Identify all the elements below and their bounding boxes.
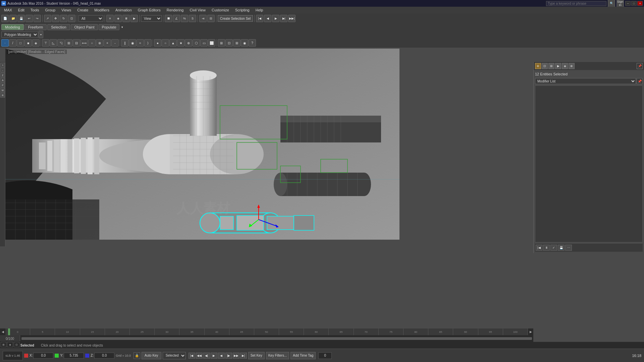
menu-civil-view[interactable]: Civil View [187, 7, 208, 13]
vertex-mode-btn[interactable]: · [1, 39, 9, 47]
close-button[interactable]: ✕ [637, 1, 643, 6]
keyframe-go-start[interactable]: |◀ [256, 15, 263, 22]
rpanel-go-start[interactable]: |◀ [536, 245, 542, 251]
menu-help[interactable]: Help [253, 7, 266, 13]
grid-btn[interactable]: ⊞ [233, 39, 240, 47]
snap-toggle[interactable]: 🔲 [165, 15, 172, 22]
percent-snap[interactable]: % [181, 15, 188, 22]
left-btn-7[interactable]: R [0, 93, 5, 98]
populate-button[interactable]: Populate [99, 24, 119, 30]
timeline-scrollbar[interactable] [21, 337, 532, 340]
rpanel-pause[interactable]: ⏸ [543, 245, 550, 251]
left-btn-4[interactable]: A [0, 78, 5, 82]
menu-tools[interactable]: Tools [28, 7, 42, 13]
move-button[interactable]: ✥ [52, 15, 59, 22]
poly-mode-btn[interactable]: ■ [24, 39, 32, 47]
next-key-button[interactable]: |▶ [225, 353, 232, 359]
left-btn-2[interactable]: - [0, 68, 5, 72]
left-btn-6[interactable]: M [0, 88, 5, 93]
new-file-button[interactable]: 📄 [1, 15, 9, 22]
play-animation[interactable]: ▶ [272, 15, 279, 22]
paint-btn[interactable]: ◉ [241, 39, 248, 47]
extrude-btn[interactable]: ⊤ [42, 39, 49, 47]
sphere-prim[interactable]: ● [154, 39, 161, 47]
cylinder-prim[interactable]: ⬡ [193, 39, 200, 47]
menu-edit[interactable]: Edit [15, 7, 27, 13]
timeline-track-inner[interactable]: 0 5 10 15 20 25 30 35 40 45 50 55 60 65 … [5, 328, 528, 335]
key-filters-button[interactable]: Key Filters... [266, 352, 289, 359]
left-btn-3[interactable]: Z [0, 73, 5, 77]
rpanel-checkmark[interactable]: ✓ [550, 245, 557, 251]
swift-loop-btn[interactable]: ∥ [121, 39, 128, 47]
mini-icon-2[interactable]: ◈ [7, 342, 13, 347]
menu-group[interactable]: Group [43, 7, 58, 13]
rpanel-motion-icon[interactable]: ▶ [555, 63, 561, 69]
tab-freeform[interactable]: Freeform [24, 24, 47, 30]
layer-button[interactable]: ≡ [106, 15, 114, 22]
view-dropdown[interactable]: View Screen World [141, 15, 162, 22]
modifier-list-dropdown[interactable]: Modifier List [535, 78, 636, 84]
box-prim[interactable]: ⬜ [208, 39, 215, 47]
paint-connect-btn[interactable]: ◉ [129, 39, 136, 47]
rpanel-hierarchy-icon[interactable]: ⊞ [548, 63, 554, 69]
align-button[interactable]: ⫥ [199, 15, 207, 22]
timeline-arrow-right[interactable]: ▶ [528, 328, 533, 335]
rpanel-save-small[interactable]: 💾 [558, 245, 565, 251]
go-to-end-button[interactable]: ▶| [240, 353, 247, 359]
rpanel-modify-icon[interactable]: ⊡ [542, 63, 548, 69]
lock-key-button[interactable]: 🔒 [133, 352, 140, 359]
select-button[interactable]: ↗ [44, 15, 51, 22]
viewport[interactable]: 人人素材 [5, 49, 399, 240]
torus-prim[interactable]: ⊕ [185, 39, 192, 47]
maximize-button[interactable]: □ [631, 1, 637, 6]
checker-btn[interactable]: ⊡ [225, 39, 233, 47]
menu-modifiers[interactable]: Modifiers [92, 7, 112, 13]
menu-graph-editors[interactable]: Graph Editors [135, 7, 163, 13]
shrink-btn[interactable]: - [111, 39, 119, 47]
loop-btn[interactable]: ○ [88, 39, 96, 47]
mini-icon-3[interactable]: ⊡ [14, 342, 19, 347]
mirror-button[interactable]: ⊟ [207, 15, 215, 22]
populate-options-button[interactable]: ▾ [120, 25, 124, 29]
menu-rendering[interactable]: Rendering [164, 7, 186, 13]
autokey-button[interactable]: Auto Key [142, 352, 161, 359]
menu-customize[interactable]: Customize [209, 7, 232, 13]
rpanel-more[interactable]: ⋯ [565, 245, 572, 251]
redo-button[interactable]: ↪ [34, 15, 41, 22]
rpanel-display-icon[interactable]: ◈ [562, 63, 568, 69]
ffd-btn[interactable]: ⊞ [218, 39, 225, 47]
shift-edge-btn[interactable]: ⟩ [144, 39, 152, 47]
play-button[interactable]: ▶ [211, 353, 217, 359]
keyframe-next[interactable]: ▶| [280, 15, 287, 22]
create-selection-button[interactable]: Create Selection Sel [218, 15, 253, 22]
open-file-button[interactable]: 📁 [9, 15, 17, 22]
render-button[interactable]: ▶ [130, 15, 138, 22]
inset-btn[interactable]: ⊞ [65, 39, 72, 47]
scale-button[interactable]: ⊡ [68, 15, 75, 22]
spinner-snap[interactable]: S [189, 15, 196, 22]
prev-key-button[interactable]: ◀| [203, 353, 210, 359]
search-input[interactable] [546, 1, 606, 6]
next-frame-button[interactable]: ▶▶ [233, 353, 239, 359]
bridge-btn[interactable]: ⊟ [73, 39, 80, 47]
bevel-btn[interactable]: ◺ [50, 39, 57, 47]
minimize-button[interactable]: ─ [625, 1, 631, 6]
go-to-start-button[interactable]: |◀ [189, 353, 195, 359]
left-btn-1[interactable]: + [0, 63, 5, 67]
grow-btn[interactable]: + [104, 39, 111, 47]
flip-btn[interactable]: ⟺ [80, 39, 88, 47]
menu-create[interactable]: Create [74, 7, 91, 13]
play-reverse-button[interactable]: ◀ [218, 353, 225, 359]
selection-filter-dropdown[interactable]: All None Geometry [78, 15, 103, 22]
modifier-pin-button[interactable]: 📌 [637, 78, 643, 84]
menu-views[interactable]: Views [59, 7, 74, 13]
rpanel-utilities-icon[interactable]: ⊗ [569, 63, 575, 69]
menu-max[interactable]: MAX [1, 7, 15, 13]
prev-frame-button[interactable]: ◀◀ [196, 353, 203, 359]
border-mode-btn[interactable]: □ [17, 39, 24, 47]
poly-dropdown-btn[interactable]: ▾ [39, 31, 43, 38]
ring-btn[interactable]: ⊗ [96, 39, 103, 47]
mini-icon-1[interactable]: ⊞ [1, 342, 6, 347]
save-file-button[interactable]: 💾 [17, 15, 25, 22]
star-prim[interactable]: ★ [177, 39, 184, 47]
